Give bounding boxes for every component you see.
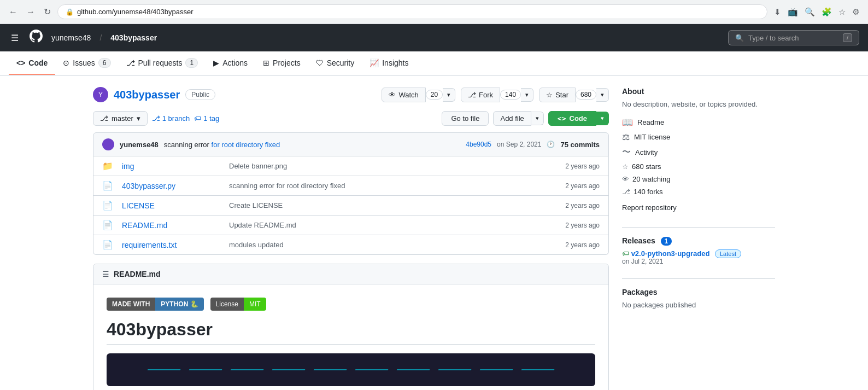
- release-item: 🏷 v2.0-python3-upgraded Latest on Jul 2,…: [622, 249, 775, 265]
- folder-icon: 📁: [102, 161, 113, 171]
- file-name-link[interactable]: 403bypasser.py: [122, 182, 220, 190]
- code-button[interactable]: <> Code: [548, 111, 596, 126]
- github-logo[interactable]: [30, 30, 43, 46]
- settings-icon[interactable]: ⚙: [850, 5, 861, 19]
- branch-right: Go to file Add file ▾ <> Code ▾: [442, 111, 609, 126]
- committer-avatar: [102, 138, 114, 150]
- file-icon: 📄: [102, 200, 113, 211]
- file-name-link[interactable]: README.md: [122, 221, 220, 230]
- star-group: ☆ Star 680 ▾: [539, 88, 609, 102]
- file-name-link[interactable]: img: [122, 162, 220, 171]
- releases-section: Releases 1 🏷 v2.0-python3-upgraded Lates…: [622, 236, 775, 265]
- branch-caret-icon: ▾: [137, 114, 140, 123]
- tab-insights[interactable]: 📈 Insights: [362, 52, 416, 75]
- tab-issues[interactable]: ⊙ Issues 6: [55, 51, 118, 75]
- star-count: 680: [576, 90, 596, 100]
- search-bar[interactable]: 🔍 Type / to search /: [728, 30, 859, 45]
- tab-security[interactable]: 🛡 Security: [308, 52, 362, 75]
- commit-left: yunemse48 scanning error for root direct…: [102, 138, 280, 150]
- table-row: 📄 README.md Update README.md 2 years ago: [93, 216, 608, 235]
- hamburger-icon[interactable]: ☰: [9, 31, 21, 45]
- forward-button[interactable]: →: [24, 5, 37, 19]
- tag-count-link[interactable]: 🏷 1 tag: [194, 114, 219, 123]
- latest-badge: Latest: [715, 249, 741, 258]
- tab-actions[interactable]: ▶ Actions: [206, 52, 255, 75]
- packages-heading: Packages: [622, 288, 775, 296]
- repo-name-link[interactable]: 403bypasser: [114, 89, 180, 101]
- bookmark-icon[interactable]: ☆: [836, 5, 848, 19]
- repo-title-area: Y 403bypasser Public: [93, 87, 215, 102]
- commits-count[interactable]: 75 commits: [560, 141, 600, 149]
- repo-header: Y 403bypasser Public 👁 Watch 20 ▾ ⎇: [93, 87, 609, 102]
- repo-main: Y 403bypasser Public 👁 Watch 20 ▾ ⎇: [93, 87, 609, 390]
- table-row: 📄 LICENSE Create LICENSE 2 years ago: [93, 196, 608, 216]
- file-icon: 📄: [102, 240, 113, 250]
- about-description: No description, website, or topics provi…: [622, 100, 775, 108]
- repo-tabs: <> Code ⊙ Issues 6 ⎇ Pull requests 1 ▶ A…: [0, 51, 868, 76]
- report-link[interactable]: Report repository: [622, 201, 775, 214]
- eye-stat-icon: 👁: [622, 175, 629, 183]
- zoom-icon[interactable]: 🔍: [802, 5, 817, 19]
- file-time: 2 years ago: [565, 162, 600, 170]
- file-name-link[interactable]: LICENSE: [122, 201, 220, 210]
- url-text: github.com/yunemse48/403bypasser: [77, 8, 193, 16]
- book-icon: 📖: [622, 117, 633, 127]
- license-badge: License MIT: [210, 298, 266, 311]
- readme-title: README.md: [114, 270, 161, 278]
- watch-caret[interactable]: ▾: [443, 88, 455, 102]
- tab-pull-requests[interactable]: ⎇ Pull requests 1: [119, 51, 206, 75]
- badge-right: PYTHON 🐍: [155, 298, 203, 311]
- file-icon: 📄: [102, 220, 113, 230]
- star-caret[interactable]: ▾: [596, 88, 609, 102]
- download-icon[interactable]: ⬇: [772, 5, 783, 19]
- repo-link[interactable]: 403bypasser: [110, 33, 157, 42]
- back-button[interactable]: ←: [7, 5, 20, 19]
- main-content: Y 403bypasser Public 👁 Watch 20 ▾ ⎇: [84, 76, 784, 390]
- owner-link[interactable]: yunemse48: [51, 33, 91, 42]
- watch-button[interactable]: 👁 Watch: [382, 88, 425, 102]
- release-tag-link[interactable]: v2.0-python3-upgraded: [631, 249, 710, 258]
- branch-left: ⎇ master ▾ ⎇ 1 branch 🏷 1 tag: [93, 111, 219, 126]
- readme-header: ☰ README.md: [93, 264, 608, 284]
- goto-file-button[interactable]: Go to file: [442, 111, 489, 126]
- activity-icon: 〜: [622, 147, 631, 158]
- tab-code[interactable]: <> Code: [9, 52, 55, 75]
- branch-bar: ⎇ master ▾ ⎇ 1 branch 🏷 1 tag Go to file…: [93, 111, 609, 126]
- fork-button[interactable]: ⎇ Fork: [461, 88, 500, 102]
- tab-projects[interactable]: ⊞ Projects: [255, 52, 308, 75]
- releases-heading: Releases 1: [622, 236, 775, 245]
- file-name-link[interactable]: requirements.txt: [122, 241, 220, 249]
- made-with-badge: MADE WITH PYTHON 🐍: [107, 298, 204, 311]
- commit-author[interactable]: yunemse48: [120, 141, 159, 149]
- issues-tab-icon: ⊙: [63, 59, 69, 67]
- branch-count-link[interactable]: ⎇ 1 branch: [152, 114, 190, 123]
- code-caret[interactable]: ▾: [596, 112, 609, 125]
- table-row: 📁 img Delete banner.png 2 years ago: [93, 156, 608, 176]
- address-bar[interactable]: 🔒 github.com/yunemse48/403bypasser: [57, 4, 767, 19]
- fork-count: 140: [500, 90, 521, 100]
- star-button[interactable]: ☆ Star: [539, 88, 576, 102]
- readme-link[interactable]: 📖 Readme: [622, 115, 775, 130]
- extensions-icon[interactable]: 🧩: [819, 5, 834, 19]
- cast-icon[interactable]: 📺: [785, 5, 800, 19]
- add-file-caret[interactable]: ▾: [531, 112, 544, 125]
- add-file-group: Add file ▾: [493, 111, 543, 126]
- license-link[interactable]: ⚖ MIT license: [622, 130, 775, 144]
- search-placeholder: Type / to search: [748, 34, 799, 42]
- search-shortcut: /: [843, 33, 852, 42]
- fork-caret[interactable]: ▾: [521, 88, 533, 102]
- add-file-button[interactable]: Add file: [493, 111, 531, 126]
- readme-content: MADE WITH PYTHON 🐍 License MIT 403bypass…: [93, 284, 608, 390]
- reload-button[interactable]: ↻: [42, 4, 53, 19]
- actions-tab-icon: ▶: [213, 59, 219, 67]
- branch-icon: ⎇: [100, 114, 108, 123]
- about-heading: About: [622, 87, 775, 96]
- pr-badge: 1: [185, 58, 198, 68]
- watching-stat: 👁 20 watching: [622, 173, 775, 185]
- lock-icon: 🔒: [66, 8, 74, 16]
- branch-selector[interactable]: ⎇ master ▾: [93, 111, 148, 126]
- sidebar-divider-2: [622, 278, 775, 279]
- commit-hash[interactable]: 4be90d5: [466, 141, 491, 148]
- activity-link[interactable]: 〜 Activity: [622, 144, 775, 160]
- fork-stat-icon: ⎇: [622, 188, 630, 196]
